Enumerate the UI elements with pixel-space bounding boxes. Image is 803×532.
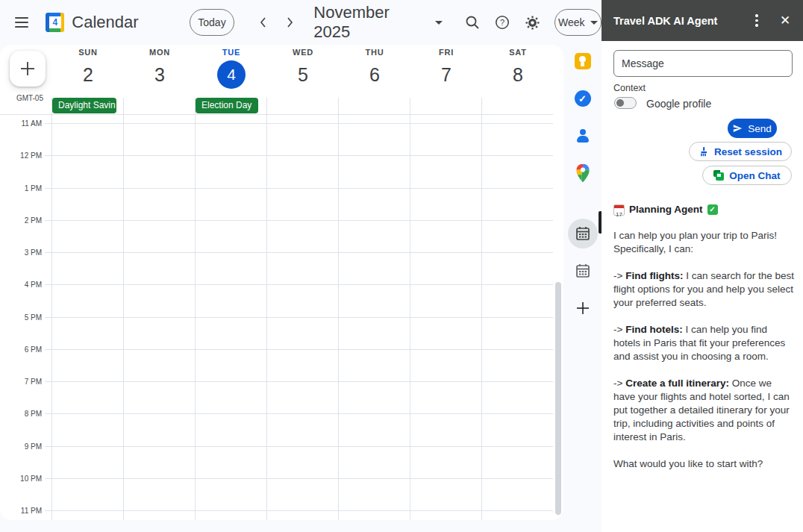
grid-column-line bbox=[410, 98, 410, 520]
hour-label: 11 AM bbox=[0, 119, 42, 128]
calendar-emoji-icon: 17 bbox=[613, 204, 625, 216]
tasks-icon[interactable]: ✓ bbox=[575, 90, 591, 107]
hour-line bbox=[45, 413, 553, 414]
grid-column-line bbox=[123, 98, 124, 520]
hour-label: 7 PM bbox=[0, 378, 42, 386]
calendar-addon-icon[interactable] bbox=[575, 263, 590, 278]
panel-menu-kebab-icon[interactable] bbox=[748, 12, 766, 30]
hour-line bbox=[45, 188, 553, 189]
timezone-label: GMT-05 bbox=[0, 94, 43, 102]
hour-line bbox=[45, 317, 553, 318]
logo-day-number: 4 bbox=[49, 16, 61, 28]
hour-line bbox=[45, 252, 553, 253]
panel-header: Travel ADK AI Agent ✕ bbox=[602, 0, 803, 41]
chat-bullet-flights: -> Find flights: I can search for the be… bbox=[613, 269, 794, 310]
event-daylight-saving[interactable]: Daylight Savin bbox=[52, 98, 116, 113]
view-selector-value: Week bbox=[558, 16, 585, 28]
hour-line bbox=[45, 123, 553, 124]
hour-label: 12 PM bbox=[0, 151, 42, 160]
hour-label: 8 PM bbox=[0, 410, 42, 418]
hour-line bbox=[45, 381, 553, 382]
day-header-thu[interactable]: THU 6 bbox=[339, 48, 410, 90]
panel-close-icon[interactable]: ✕ bbox=[776, 12, 794, 30]
today-date-circle[interactable]: 4 bbox=[217, 60, 246, 89]
day-header-tue-today[interactable]: TUE 4 bbox=[196, 48, 267, 89]
day-header-fri[interactable]: FRI 7 bbox=[410, 48, 482, 90]
app-title: Calendar bbox=[72, 13, 138, 32]
hour-label: 3 PM bbox=[0, 248, 42, 257]
message-input[interactable] bbox=[613, 50, 793, 77]
agent-name: Planning Agent bbox=[629, 203, 703, 216]
hour-label: 4 PM bbox=[0, 281, 42, 289]
chat-outro: What would you like to start with? bbox=[613, 457, 794, 471]
maps-icon[interactable] bbox=[576, 164, 590, 183]
day-header-mon[interactable]: MON 3 bbox=[124, 48, 196, 90]
hour-label: 11 PM bbox=[0, 507, 42, 515]
hour-line bbox=[45, 284, 553, 285]
today-button[interactable]: Today bbox=[190, 9, 235, 36]
send-icon bbox=[733, 124, 743, 133]
help-icon[interactable]: ? bbox=[492, 12, 513, 33]
allday-separator bbox=[0, 114, 553, 115]
grid-column-line bbox=[481, 98, 482, 520]
google-profile-label: Google profile bbox=[646, 98, 711, 110]
hour-line bbox=[45, 478, 553, 479]
view-selector-caret-icon bbox=[590, 21, 598, 25]
current-date-range[interactable]: November 2025 bbox=[313, 3, 428, 42]
travel-agent-addon-icon-active[interactable] bbox=[568, 219, 598, 248]
open-chat-button[interactable]: Open Chat bbox=[702, 166, 792, 185]
grid-column-line bbox=[266, 98, 267, 520]
view-selector-dropdown[interactable]: Week bbox=[554, 9, 602, 36]
panel-title: Travel ADK AI Agent bbox=[613, 15, 748, 27]
get-addons-plus-icon[interactable] bbox=[576, 301, 590, 315]
hour-label: 9 PM bbox=[0, 442, 42, 450]
prev-week-icon[interactable] bbox=[252, 12, 273, 33]
google-profile-toggle[interactable] bbox=[614, 97, 637, 109]
agent-heading: 17 Planning Agent ✓ bbox=[613, 203, 794, 216]
hour-label: 1 PM bbox=[0, 184, 42, 192]
hour-label: 2 PM bbox=[0, 216, 42, 225]
hour-line bbox=[45, 510, 553, 511]
hour-line bbox=[45, 349, 553, 350]
hour-line bbox=[45, 220, 553, 221]
hour-line bbox=[45, 446, 553, 447]
main-menu-icon[interactable] bbox=[4, 4, 40, 40]
hour-label: 6 PM bbox=[0, 345, 42, 354]
next-week-icon[interactable] bbox=[279, 12, 300, 33]
chat-bullet-hotels: -> Find hotels: I can help you find hote… bbox=[613, 323, 794, 363]
search-icon[interactable] bbox=[462, 12, 483, 33]
calendar-scrollbar[interactable] bbox=[555, 282, 561, 515]
broom-icon bbox=[699, 146, 709, 157]
date-range-caret-icon[interactable] bbox=[435, 21, 443, 25]
send-button[interactable]: Send bbox=[728, 119, 777, 138]
create-event-button[interactable] bbox=[10, 51, 46, 87]
hour-label: 5 PM bbox=[0, 313, 42, 321]
google-calendar-logo: 4 bbox=[46, 13, 64, 32]
grid-column-line bbox=[195, 98, 196, 520]
travel-agent-panel: Travel ADK AI Agent ✕ Context Google pro… bbox=[602, 0, 803, 532]
keep-icon[interactable] bbox=[575, 53, 591, 69]
google-chat-icon bbox=[713, 170, 724, 181]
svg-text:?: ? bbox=[500, 18, 504, 27]
calendar-week-view: SUN 2 MON 3 TUE 4 WED 5 THU 6 FRI 7 SAT … bbox=[0, 45, 563, 520]
settings-gear-icon[interactable] bbox=[522, 12, 543, 33]
grid-column-line bbox=[338, 98, 339, 520]
hour-line bbox=[45, 155, 553, 156]
event-election-day[interactable]: Election Day bbox=[196, 98, 258, 113]
grid-column-line bbox=[51, 98, 52, 520]
check-emoji-icon: ✓ bbox=[707, 204, 718, 215]
chat-transcript: 17 Planning Agent ✓ I can help you plan … bbox=[613, 203, 794, 484]
chat-bullet-itinerary: -> Create a full itinerary: Once we have… bbox=[613, 377, 794, 444]
context-label: Context bbox=[613, 83, 646, 93]
chat-intro: I can help you plan your trip to Paris! … bbox=[613, 229, 794, 256]
hour-label: 10 PM bbox=[0, 475, 42, 483]
day-header-sun[interactable]: SUN 2 bbox=[52, 48, 124, 90]
side-panel-rail: ✓ bbox=[563, 45, 602, 532]
main-toolbar: 4 Calendar Today November 2025 ? bbox=[0, 0, 602, 45]
reset-session-button[interactable]: Reset session bbox=[689, 142, 792, 161]
day-header-wed[interactable]: WED 5 bbox=[267, 48, 339, 90]
contacts-icon[interactable] bbox=[575, 128, 591, 144]
day-header-sat[interactable]: SAT 8 bbox=[482, 48, 554, 90]
